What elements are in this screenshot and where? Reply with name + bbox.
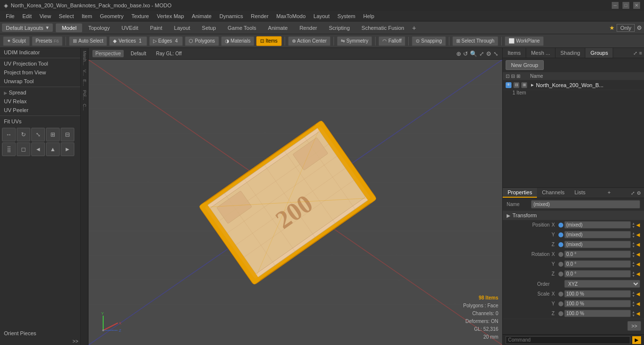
rotation-z-dot[interactable]	[558, 272, 563, 276]
viewport-icon-settings[interactable]: ⚙	[486, 50, 491, 57]
viewport-icon-refresh[interactable]: ↺	[463, 50, 468, 57]
scale-x-up-arrow[interactable]: ▲	[632, 291, 635, 294]
tool-move[interactable]: ↔	[2, 128, 16, 141]
tab-render[interactable]: Render	[293, 23, 323, 32]
tab-add-button[interactable]: +	[412, 24, 416, 32]
viewport-icon-search[interactable]: 🔍	[470, 50, 477, 57]
viewport-tab-perspective[interactable]: Perspective	[92, 50, 124, 57]
rot-y-down-arrow[interactable]: ▼	[632, 264, 635, 268]
pt-tab-properties[interactable]: Properties	[503, 188, 537, 198]
sculpt-button[interactable]: ✦ Sculpt	[3, 36, 30, 46]
pos-z-down-arrow[interactable]: ▼	[632, 245, 635, 248]
minimize-button[interactable]: ─	[612, 2, 619, 9]
command-run-button[interactable]: ▶	[632, 336, 641, 344]
presets-button[interactable]: Presets F6	[32, 36, 63, 46]
position-x-input[interactable]	[564, 221, 631, 229]
scale-x-anim-icon[interactable]: ◀	[636, 291, 640, 297]
pt-tab-add[interactable]: +	[603, 188, 614, 198]
layout-dropdown[interactable]: Default Layouts ▾	[2, 23, 53, 32]
rotation-y-dot[interactable]	[558, 262, 563, 267]
tool-select2[interactable]: ◻	[17, 142, 30, 156]
rot-x-up-arrow[interactable]: ▲	[632, 251, 635, 254]
pt-expand-icon[interactable]: ⤢	[631, 190, 635, 196]
viewport-tab-default[interactable]: Default	[128, 50, 149, 57]
menu-texture[interactable]: Texture	[128, 12, 153, 20]
left-panel-uvproj[interactable]: UV Projection Tool	[0, 59, 80, 68]
scale-y-down-arrow[interactable]: ▼	[632, 304, 635, 307]
position-y-input[interactable]	[564, 231, 631, 238]
menu-layout[interactable]: Layout	[310, 12, 333, 20]
position-y-dot[interactable]	[558, 232, 563, 237]
settings-icon[interactable]: ⚙	[637, 24, 642, 31]
tool-snap[interactable]: ⊞	[46, 128, 60, 141]
rp-tab-items[interactable]: Items	[503, 48, 526, 58]
tool-arrow-right[interactable]: ►	[61, 142, 74, 156]
rot-z-down-arrow[interactable]: ▼	[632, 274, 635, 277]
auto-select-button[interactable]: ⊞ Auto Select	[69, 36, 107, 46]
pos-x-down-arrow[interactable]: ▼	[632, 225, 635, 229]
tab-topology[interactable]: Topology	[82, 23, 115, 32]
pt-tab-lists[interactable]: Lists	[570, 188, 591, 198]
groups-item-row[interactable]: 👁 ⊟ ⊞ ▸ North_Korea_200_Won_B...	[503, 80, 644, 90]
tab-paint[interactable]: Paint	[144, 23, 168, 32]
position-x-dot[interactable]	[558, 223, 563, 228]
tool-arrow-up[interactable]: ▲	[46, 142, 60, 156]
position-z-dot[interactable]	[558, 242, 563, 247]
snapping-button[interactable]: ⊙ Snapping	[412, 36, 445, 46]
select-through-button[interactable]: ⊞ Select Through	[452, 36, 499, 46]
close-button[interactable]: ✕	[633, 2, 640, 9]
materials-button[interactable]: ◑ Materials	[221, 36, 255, 46]
pos-x-anim-icon[interactable]: ◀	[636, 222, 640, 228]
menu-maxtomode[interactable]: MaxToModo	[272, 12, 310, 20]
menu-view[interactable]: View	[36, 12, 55, 20]
menu-edit[interactable]: Edit	[19, 12, 36, 20]
menu-dynamics[interactable]: Dynamics	[216, 12, 247, 20]
rot-y-up-arrow[interactable]: ▲	[632, 261, 635, 264]
tab-animate[interactable]: Animate	[262, 23, 293, 32]
tool-dots[interactable]: ⣿	[2, 142, 16, 156]
pos-y-anim-icon[interactable]: ◀	[636, 232, 640, 237]
scale-x-down-arrow[interactable]: ▼	[632, 294, 635, 298]
pos-z-up-arrow[interactable]: ▲	[632, 241, 635, 245]
menu-animate[interactable]: Animate	[188, 12, 215, 20]
scale-x-input[interactable]	[564, 290, 631, 298]
left-panel-spread[interactable]: ▶ Spread	[0, 88, 80, 97]
vertices-button[interactable]: ◆ Vertices 1	[109, 36, 147, 46]
groups-row-mesh-icon[interactable]: ⊞	[521, 82, 527, 88]
menu-vertexmap[interactable]: Vertex Map	[153, 12, 188, 20]
scale-z-input[interactable]	[564, 310, 631, 317]
tool-grid[interactable]: ⊟	[61, 128, 74, 141]
left-panel-projectfromview[interactable]: Project from View	[0, 68, 80, 77]
viewport-icon-expand[interactable]: ⤡	[493, 50, 498, 57]
viewport-icon-orbit[interactable]: ⊕	[456, 50, 461, 57]
pos-x-up-arrow[interactable]: ▲	[632, 222, 635, 225]
prop-section-transform[interactable]: ▶ Transform	[503, 211, 644, 220]
prop-name-input[interactable]	[531, 200, 640, 208]
rp-tab-mesh[interactable]: Mesh ...	[526, 48, 555, 58]
left-panel-uvpeeler[interactable]: UV Peeler	[0, 106, 80, 115]
scale-z-anim-icon[interactable]: ◀	[636, 311, 640, 316]
groups-row-eye-icon[interactable]: 👁	[506, 82, 511, 88]
rot-z-anim-icon[interactable]: ◀	[636, 271, 640, 276]
left-panel-fituvs[interactable]: Fit UVs	[0, 117, 80, 126]
rp-expand-icon[interactable]: ⤢	[633, 50, 637, 56]
tool-scale[interactable]: ⤡	[31, 128, 45, 141]
left-panel-orient[interactable]: Orient Pieces	[0, 329, 80, 338]
scale-y-anim-icon[interactable]: ◀	[636, 301, 640, 306]
pos-y-down-arrow[interactable]: ▼	[632, 235, 635, 238]
order-select[interactable]: XYZ	[564, 280, 640, 288]
pt-tab-channels[interactable]: Channels	[537, 188, 569, 198]
tab-scripting[interactable]: Scripting	[323, 23, 356, 32]
scale-y-input[interactable]	[564, 300, 631, 307]
tab-setup[interactable]: Setup	[196, 23, 222, 32]
rp-tab-groups[interactable]: Groups	[585, 48, 613, 58]
rotation-x-dot[interactable]	[558, 252, 563, 257]
tab-model[interactable]: Model	[56, 23, 82, 32]
scale-y-dot[interactable]	[558, 301, 563, 306]
left-panel-udim[interactable]: UDIM Indicator	[0, 48, 80, 57]
items-button[interactable]: ⊡ Items	[256, 36, 281, 46]
scale-z-up-arrow[interactable]: ▲	[632, 310, 635, 314]
rotation-z-input[interactable]	[564, 270, 631, 277]
left-panel-uvrelax[interactable]: UV Relax	[0, 97, 80, 106]
menu-render[interactable]: Render	[247, 12, 272, 20]
